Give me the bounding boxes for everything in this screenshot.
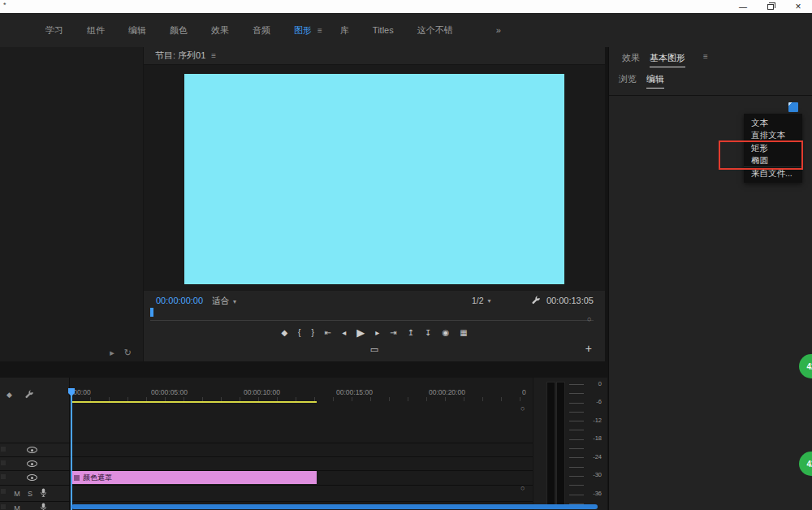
work-area-bar[interactable] bbox=[71, 401, 317, 403]
subtab-edit[interactable]: 编辑 bbox=[646, 73, 664, 89]
loop-icon[interactable]: ↻ bbox=[124, 348, 132, 358]
toggle-track-output-eye-icon[interactable] bbox=[27, 474, 37, 481]
panel-menu-icon[interactable]: ≡ bbox=[703, 52, 708, 61]
ruler-label[interactable]: 00:00:10:00 bbox=[244, 388, 280, 396]
mute-track-button[interactable]: M bbox=[12, 489, 22, 499]
current-timecode[interactable]: 00:00:00:00 bbox=[156, 296, 203, 305]
db-scale-label: -30 bbox=[584, 471, 602, 478]
timeline-horizontal-scrollbar[interactable] bbox=[71, 504, 598, 509]
scrollbar-handle-icon[interactable]: ○ bbox=[520, 404, 525, 413]
audio-meter-panel: 0 -6 -12 -18 -24 -30 -36 bbox=[533, 378, 607, 510]
comparison-view-button[interactable]: ▦ bbox=[460, 327, 467, 339]
tab-assembly[interactable]: 组件 bbox=[87, 24, 105, 37]
extract-button[interactable]: ↧ bbox=[425, 327, 431, 339]
subtab-browse[interactable]: 浏览 bbox=[619, 73, 637, 88]
close-button[interactable]: × bbox=[784, 0, 812, 13]
track-lock-icon[interactable] bbox=[1, 489, 6, 494]
go-to-in-button[interactable]: ⇤ bbox=[325, 327, 331, 339]
tab-learning[interactable]: 学习 bbox=[45, 24, 63, 37]
menu-item-vertical-text[interactable]: 直排文本 bbox=[744, 129, 802, 141]
minimize-button[interactable]: — bbox=[729, 0, 757, 13]
tab-effects[interactable]: 效果 bbox=[211, 24, 229, 37]
timeline-playhead[interactable] bbox=[71, 388, 72, 510]
tabs-overflow-icon[interactable]: » bbox=[496, 25, 501, 35]
tab-color[interactable]: 颜色 bbox=[170, 24, 188, 37]
voiceover-mic-icon[interactable] bbox=[40, 488, 47, 498]
toggle-track-output-eye-icon[interactable] bbox=[27, 447, 37, 453]
timeline-settings-wrench-icon[interactable] bbox=[24, 389, 35, 400]
lift-button[interactable]: ↥ bbox=[408, 327, 414, 339]
settings-wrench-icon[interactable] bbox=[531, 295, 542, 305]
play-button[interactable]: ▶ bbox=[356, 327, 365, 339]
ruler-label[interactable]: 00:00:20:00 bbox=[429, 388, 465, 396]
track-lock-icon[interactable] bbox=[1, 474, 6, 479]
mute-track-button[interactable]: M bbox=[12, 504, 22, 510]
program-monitor-panel: 节目: 序列01 ≡ 00:00:00:00 适合 ▾ 1/2 ▾ 00:00:… bbox=[144, 47, 605, 361]
source-panel: ▸ ↻ bbox=[0, 47, 143, 361]
clip-fx-badge-icon bbox=[74, 475, 80, 481]
db-scale-label: -24 bbox=[584, 453, 602, 460]
step-forward-button[interactable]: ▸ bbox=[375, 327, 379, 339]
program-preview-canvas bbox=[184, 74, 564, 284]
menu-item-text[interactable]: 文本 bbox=[744, 117, 802, 129]
add-marker-button[interactable]: ◆ bbox=[281, 327, 287, 339]
tab-effects-panel[interactable]: 效果 bbox=[622, 52, 640, 67]
export-frame-button[interactable]: ◉ bbox=[442, 327, 449, 339]
window-controls: — × bbox=[729, 0, 812, 13]
db-scale-label: -18 bbox=[584, 434, 602, 442]
program-scrub-track[interactable] bbox=[150, 320, 594, 321]
tab-graphics[interactable]: 图形 bbox=[294, 24, 312, 37]
workspace-menu-icon[interactable]: ≡ bbox=[317, 26, 322, 35]
scrollbar-handle-icon[interactable]: ○ bbox=[587, 315, 591, 323]
tab-custom-workspace[interactable]: 这个不错 bbox=[417, 24, 453, 37]
chevron-down-icon: ▾ bbox=[488, 297, 491, 305]
workspace-tabbar: 学习 组件 编辑 颜色 效果 音频 图形 ≡ 库 Titles 这个不错 » bbox=[0, 13, 812, 47]
track-lock-icon[interactable] bbox=[1, 504, 6, 509]
window-title: * bbox=[3, 1, 6, 9]
tab-titles[interactable]: Titles bbox=[373, 25, 394, 35]
color-matte-clip[interactable]: 颜色遮罩 bbox=[71, 471, 317, 484]
ruler-label[interactable]: 00:00:15:00 bbox=[336, 388, 373, 396]
new-layer-button[interactable] bbox=[788, 102, 798, 112]
sequence-duration: 00:00:13:05 bbox=[546, 296, 594, 305]
voiceover-mic-icon[interactable] bbox=[40, 503, 47, 510]
tab-essential-graphics[interactable]: 基本图形 bbox=[650, 52, 685, 67]
meter-tick-marks bbox=[569, 384, 584, 504]
minimize-icon: — bbox=[739, 2, 747, 11]
program-monitor-controls: 00:00:00:00 适合 ▾ 1/2 ▾ 00:00:13:05 ○ ◆ {… bbox=[144, 290, 605, 361]
scrollbar-handle-icon[interactable]: ○ bbox=[520, 484, 525, 492]
clip-name: 颜色遮罩 bbox=[83, 473, 112, 483]
zoom-level-select[interactable]: 适合 ▾ bbox=[212, 296, 236, 307]
button-editor-add-button[interactable]: + bbox=[585, 342, 592, 355]
step-back-button[interactable]: ◂ bbox=[342, 327, 346, 339]
track-lock-icon[interactable] bbox=[1, 447, 6, 452]
drag-video-icon[interactable]: ▸ bbox=[110, 348, 114, 358]
tab-audio[interactable]: 音频 bbox=[253, 24, 270, 37]
toggle-track-output-eye-icon[interactable] bbox=[27, 460, 37, 467]
monitor-settings-button[interactable]: ▭ bbox=[144, 344, 605, 355]
ruler-label[interactable]: 00:00:05:00 bbox=[151, 388, 188, 396]
audio-meter-bar-right bbox=[556, 382, 565, 505]
track-divider bbox=[0, 443, 533, 443]
tab-libraries[interactable]: 库 bbox=[340, 24, 349, 37]
track-divider bbox=[0, 501, 533, 502]
premiere-app-window: * — × 学习 组件 编辑 颜色 效果 音频 图形 ≡ 库 Titles 这个… bbox=[0, 0, 812, 510]
window-titlebar: * — × bbox=[0, 0, 812, 13]
timeline-marker-icon[interactable]: ◆ bbox=[6, 391, 12, 399]
restore-button[interactable] bbox=[757, 0, 784, 13]
playback-resolution-select[interactable]: 1/2 ▾ bbox=[472, 296, 491, 305]
tab-editing[interactable]: 编辑 bbox=[128, 24, 146, 37]
db-scale-label: -12 bbox=[584, 417, 602, 424]
mark-out-button[interactable]: } bbox=[311, 327, 313, 339]
track-divider bbox=[0, 456, 533, 457]
track-lock-icon[interactable] bbox=[1, 460, 6, 465]
solo-track-button[interactable]: S bbox=[25, 489, 35, 499]
program-playhead[interactable] bbox=[150, 308, 153, 317]
transport-controls: ◆ { } ⇤ ◂ ▶ ▸ ⇥ ↥ ↧ ◉ ▦ bbox=[144, 327, 605, 339]
panel-menu-icon[interactable]: ≡ bbox=[211, 51, 216, 60]
ruler-label[interactable]: 0 bbox=[522, 388, 526, 396]
mark-in-button[interactable]: { bbox=[298, 327, 300, 339]
zoom-level-value: 适合 bbox=[212, 296, 229, 307]
go-to-out-button[interactable]: ⇥ bbox=[390, 327, 396, 339]
timeline-panel: ◆ :00:00 00:00:05:00 00:00:10:00 00:00:1… bbox=[0, 378, 533, 510]
